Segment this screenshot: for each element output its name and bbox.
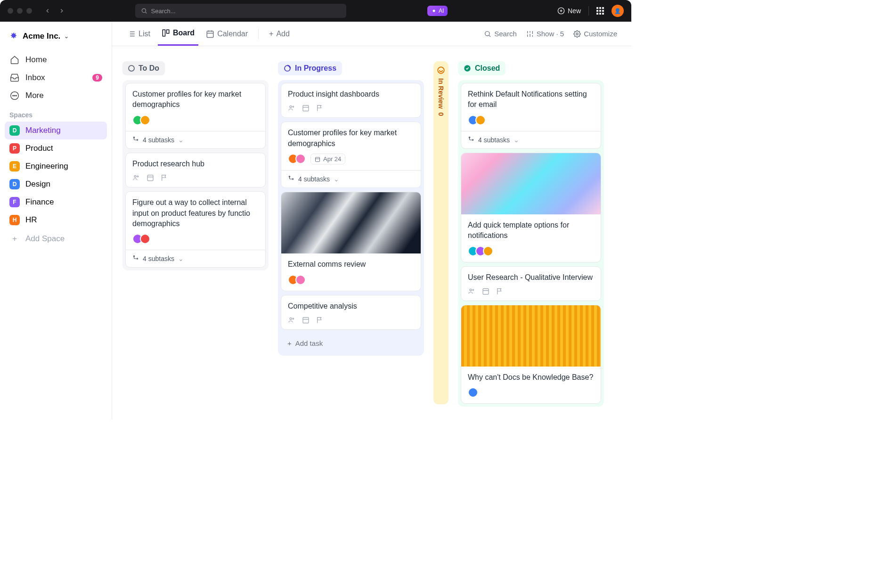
space-finance[interactable]: FFinance [5,193,107,211]
svg-point-30 [576,33,578,35]
space-hr[interactable]: HHR [5,211,107,229]
svg-point-0 [142,8,146,12]
flag-icon[interactable] [316,316,324,324]
search-tool[interactable]: Search [481,30,520,38]
user-avatar[interactable]: 👤 [612,5,624,17]
task-card[interactable]: Rethink Default Notifications setting fo… [461,83,601,149]
task-card[interactable]: Why can't Docs be Knowledge Base? [461,305,601,404]
column-closed-label: Closed [475,64,500,73]
svg-rect-16 [163,30,165,36]
date-icon[interactable] [147,174,154,181]
sliders-icon [526,30,534,38]
avatar[interactable] [483,246,493,256]
close-dot[interactable] [8,8,13,14]
plus-icon: + [269,30,273,38]
subtasks-toggle[interactable]: 4 subtasks⌄ [126,131,265,148]
svg-point-52 [438,67,444,74]
forward-button[interactable] [56,6,68,16]
flag-icon[interactable] [496,287,504,295]
card-title: Product insight dashboards [288,89,414,99]
minimize-dot[interactable] [17,8,23,14]
tab-board[interactable]: Board [158,22,198,46]
assignee-icon[interactable] [132,174,140,181]
column-header-todo[interactable]: To Do [122,61,165,75]
new-label: New [568,7,581,15]
avatar[interactable] [295,154,306,164]
ai-label: AI [439,8,444,14]
add-space-button[interactable]: + Add Space [5,229,107,249]
subtask-icon [288,176,294,182]
history-nav [41,6,68,16]
task-card[interactable]: Figure out a way to collect internal inp… [125,191,266,268]
space-label: HR [25,215,37,225]
back-button[interactable] [41,6,54,16]
due-date[interactable]: Apr 24 [310,154,345,164]
card-title: Figure out a way to collect internal inp… [132,197,259,229]
add-task-button[interactable]: +Add task [281,334,421,353]
task-card[interactable]: User Research - Qualitative Interview [461,266,601,301]
space-icon: H [9,215,20,225]
space-marketing[interactable]: DMarketing [5,122,107,139]
date-icon[interactable] [302,316,310,324]
column-header-in-progress[interactable]: In Progress [278,61,342,75]
subtasks-toggle[interactable]: 4 subtasks⌄ [126,250,265,267]
svg-point-2 [433,10,435,12]
window-controls [8,8,32,14]
assignee-icon[interactable] [468,287,475,295]
space-product[interactable]: PProduct [5,139,107,157]
new-button[interactable]: New [557,7,581,15]
space-engineering[interactable]: EEngineering [5,157,107,175]
subtasks-toggle[interactable]: 4 subtasks⌄ [461,131,601,148]
chevron-down-icon: ⌄ [64,33,69,40]
ai-button[interactable]: AI [427,6,448,16]
global-search[interactable]: Search... [135,4,346,18]
svg-point-33 [134,176,136,178]
task-card[interactable]: Customer profiles for key market demogra… [125,83,266,149]
svg-rect-44 [316,157,320,162]
tab-list[interactable]: List [123,22,154,46]
assignee-icon[interactable] [288,104,295,112]
nav-home[interactable]: Home [5,51,107,69]
main: List Board Calendar + Add Search [112,22,631,419]
plus-icon: + [287,339,292,347]
tab-add-view[interactable]: + Add [265,22,294,46]
card-meta [288,104,414,112]
date-icon[interactable] [302,104,310,112]
task-card[interactable]: Product insight dashboards [281,83,421,118]
task-card[interactable]: Customer profiles for key market demogra… [281,122,421,188]
tab-add-label: Add [276,30,289,38]
svg-point-41 [293,106,294,107]
column-in-review-collapsed[interactable]: In Review 0 [433,61,449,404]
avatar[interactable] [475,115,486,125]
tab-calendar[interactable]: Calendar [202,22,252,46]
flag-icon[interactable] [316,104,324,112]
apps-grid-icon[interactable] [596,7,604,15]
task-card[interactable]: External comms review [281,192,421,291]
task-card[interactable]: Product research hub [125,153,266,188]
board-area: To Do Customer profiles for key market d… [112,46,631,419]
nav-more[interactable]: More [5,87,107,105]
nav-inbox[interactable]: Inbox 9 [5,69,107,87]
flag-icon[interactable] [161,174,168,181]
avatar[interactable] [295,275,306,285]
subtasks-toggle[interactable]: 4 subtasks⌄ [281,170,421,188]
nav-more-label: More [25,91,44,100]
workspace-switcher[interactable]: Acme Inc. ⌄ [5,26,107,46]
date-icon[interactable] [482,287,489,295]
avatar[interactable] [468,387,478,398]
task-card[interactable]: Competitive analysis [281,295,421,330]
card-cover [461,305,601,367]
customize-tool[interactable]: Customize [571,30,620,38]
task-card[interactable]: Add quick template options for notificat… [461,153,601,262]
avatar[interactable] [140,234,150,244]
zoom-dot[interactable] [26,8,32,14]
workspace-name: Acme Inc. [23,32,60,41]
column-header-closed[interactable]: Closed [458,61,506,75]
show-tool[interactable]: Show · 5 [523,30,567,38]
space-design[interactable]: DDesign [5,175,107,193]
svg-rect-58 [483,289,489,294]
column-todo: To Do Customer profiles for key market d… [122,61,269,404]
more-icon [9,90,20,101]
avatar[interactable] [140,115,150,125]
assignee-icon[interactable] [288,316,295,324]
